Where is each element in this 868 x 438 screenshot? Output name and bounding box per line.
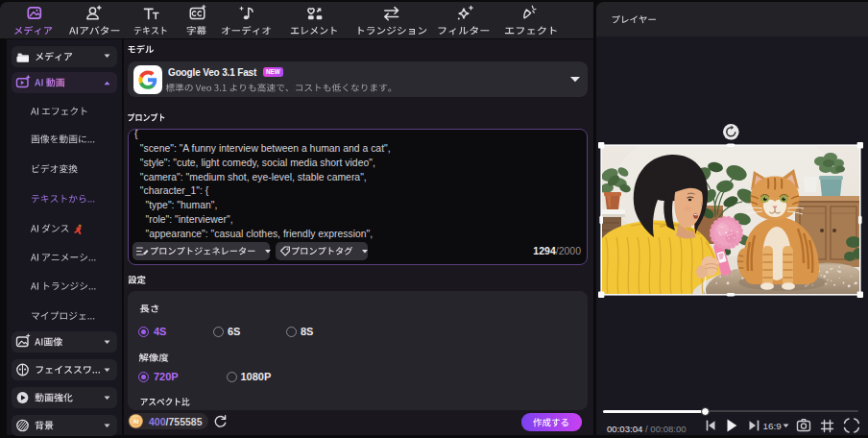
- svg-text:16:9: 16:9: [763, 421, 783, 431]
- svg-text:AI: AI: [133, 418, 138, 425]
